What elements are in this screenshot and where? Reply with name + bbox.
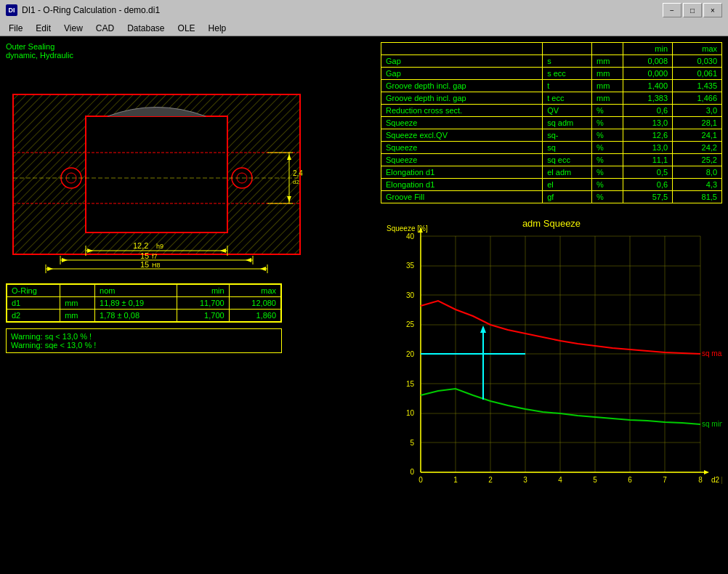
svg-text:25: 25 [406, 320, 415, 328]
svg-marker-28 [62, 258, 68, 262]
warning-box: Warning: sq < 13,0 % ! Warning: sqe < 13… [6, 328, 282, 353]
menu-bar: File Edit View CAD Database OLE Help [0, 20, 728, 36]
prop-el-adm-unit: % [592, 166, 623, 179]
right-panel: min max Gap s mm 0,008 0,030 Gap s ecc m… [381, 42, 722, 487]
close-button[interactable]: × [703, 3, 722, 17]
prop-gap-ecc-sym: s ecc [543, 68, 592, 80]
menu-view[interactable]: View [58, 22, 89, 35]
cell-d1-max: 12,080 [229, 297, 280, 310]
prop-reduction-max: 3,0 [673, 105, 722, 117]
svg-text:15: 15 [140, 251, 149, 260]
cell-d1-nom: 11,89 ± 0,19 [95, 297, 177, 310]
svg-text:40: 40 [406, 233, 415, 240]
prop-reduction-min: 0,6 [623, 105, 673, 117]
svg-text:3: 3 [523, 476, 527, 484]
svg-text:20: 20 [406, 350, 415, 358]
warning-2: Warning: sqe < 13,0 % ! [11, 341, 277, 349]
svg-text:8: 8 [698, 476, 703, 484]
svg-text:0: 0 [418, 476, 423, 484]
cell-d2-nom: 1,78 ± 0,08 [95, 310, 177, 322]
prop-gap-ecc-min: 0,000 [623, 68, 673, 80]
menu-edit[interactable]: Edit [30, 22, 57, 35]
menu-ole[interactable]: OLE [172, 22, 201, 35]
svg-marker-34 [260, 267, 266, 271]
prop-sq-max: 24,2 [673, 142, 722, 154]
prop-sqexcl-min: 12,6 [623, 129, 673, 142]
prop-col-unit [592, 43, 623, 55]
prop-row: Elongation d1 el % 0,6 4,3 [381, 179, 722, 191]
svg-text:5: 5 [410, 439, 414, 447]
prop-row: Elongation d1 el adm % 0,5 8,0 [381, 166, 722, 179]
cell-d2-min: 1,700 [177, 310, 229, 322]
prop-reduction-unit: % [592, 105, 623, 117]
svg-text:4: 4 [558, 476, 562, 484]
app-icon: DI [6, 4, 17, 16]
prop-el-adm-name: Elongation d1 [381, 166, 543, 179]
prop-groove-t-unit: mm [592, 80, 623, 92]
prop-row: Gap s mm 0,008 0,030 [381, 55, 722, 68]
prop-el-unit: % [592, 179, 623, 191]
prop-sq-ecc-unit: % [592, 154, 623, 166]
prop-gf-unit: % [592, 191, 623, 203]
table-row: d2 mm 1,78 ± 0,08 1,700 1,860 [7, 310, 281, 322]
prop-row: Squeeze sq % 13,0 24,2 [381, 142, 722, 154]
prop-row: Reduction cross sect. QV % 0,6 3,0 [381, 105, 722, 117]
left-panel: Outer Sealing dynamic, Hydraulic [6, 42, 318, 353]
data-table-container: O-Ring nom min max d1 mm 11,89 ± 0,19 11… [6, 283, 282, 323]
prop-squeeze-adm-max: 28,1 [673, 117, 722, 129]
prop-row: Groove depth incl. gap t ecc mm 1,383 1,… [381, 92, 722, 105]
svg-text:1: 1 [453, 476, 458, 484]
svg-text:15: 15 [406, 380, 415, 388]
svg-text:adm Squeeze: adm Squeeze [522, 218, 581, 229]
menu-help[interactable]: Help [203, 22, 232, 35]
menu-database[interactable]: Database [121, 22, 170, 35]
svg-text:6: 6 [628, 476, 632, 484]
prop-sq-ecc-name: Squeeze [381, 154, 543, 166]
prop-sq-ecc-sym: sq ecc [543, 154, 592, 166]
prop-sq-unit: % [592, 142, 623, 154]
prop-sq-sym: sq [543, 142, 592, 154]
svg-marker-29 [246, 258, 251, 262]
prop-col-min: min [623, 43, 673, 55]
cell-d2-max: 1,860 [229, 310, 280, 322]
prop-gap-ecc-name: Gap [381, 68, 543, 80]
prop-groove-t-name: Groove depth incl. gap [381, 80, 543, 92]
window-controls[interactable]: − □ × [663, 3, 722, 17]
warning-1: Warning: sq < 13,0 % ! [11, 332, 277, 341]
prop-sqexcl-max: 24,1 [673, 129, 722, 142]
col-header-min: min [177, 285, 229, 297]
svg-text:f7: f7 [152, 253, 158, 260]
prop-el-max: 4,3 [673, 179, 722, 191]
prop-sq-ecc-max: 25,2 [673, 154, 722, 166]
prop-gf-min: 57,5 [623, 191, 673, 203]
prop-gf-max: 81,5 [673, 191, 722, 203]
prop-sqexcl-unit: % [592, 129, 623, 142]
window-title: DI1 - O-Ring Calculation - demo.di1 [22, 5, 160, 15]
prop-sqexcl-name: Squeeze excl.QV [381, 129, 543, 142]
svg-text:10: 10 [406, 409, 415, 417]
menu-file[interactable]: File [3, 22, 28, 35]
menu-cad[interactable]: CAD [90, 22, 120, 35]
prop-squeeze-adm-min: 13,0 [623, 117, 673, 129]
prop-col-max: max [673, 43, 722, 55]
svg-text:sq min: sq min [702, 420, 722, 428]
prop-reduction-sym: QV [543, 105, 592, 117]
prop-groove-tecc-name: Groove depth incl. gap [381, 92, 543, 105]
maximize-button[interactable]: □ [683, 3, 702, 17]
prop-groove-t-min: 1,400 [623, 80, 673, 92]
svg-text:d2 [mm]: d2 [mm] [711, 476, 722, 484]
svg-marker-33 [47, 267, 53, 271]
prop-groove-tecc-sym: t ecc [543, 92, 592, 105]
cell-d1-min: 11,700 [177, 297, 229, 310]
svg-text:0: 0 [410, 468, 414, 476]
minimize-button[interactable]: − [663, 3, 682, 17]
prop-col-name [381, 43, 543, 55]
prop-row: Gap s ecc mm 0,000 0,061 [381, 68, 722, 80]
svg-text:sq max: sq max [702, 349, 722, 357]
prop-gap-min: 0,008 [623, 55, 673, 68]
data-table: O-Ring nom min max d1 mm 11,89 ± 0,19 11… [7, 284, 281, 322]
prop-gap-ecc-unit: mm [592, 68, 623, 80]
prop-el-min: 0,6 [623, 179, 673, 191]
prop-squeeze-adm-sym: sq adm [543, 117, 592, 129]
svg-text:35: 35 [406, 262, 415, 270]
